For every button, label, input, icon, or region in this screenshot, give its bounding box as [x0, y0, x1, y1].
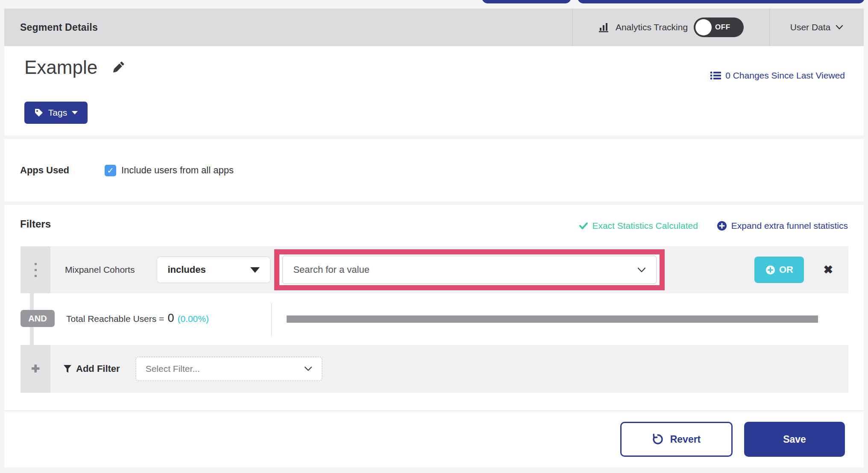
and-badge: AND [21, 310, 55, 327]
page-title: Segment Details [20, 22, 98, 33]
add-or-condition-button[interactable]: OR [754, 257, 804, 283]
expand-link-label: Expand extra funnel statistics [731, 221, 848, 231]
tag-icon [34, 108, 44, 117]
tags-button[interactable]: Tags [24, 102, 88, 124]
operator-value: includes [167, 264, 205, 275]
grip-dots-icon [35, 263, 37, 277]
user-data-dropdown[interactable]: User Data [769, 9, 864, 46]
segment-name: Example [24, 57, 97, 78]
select-filter-dropdown[interactable]: Select Filter... [135, 356, 323, 381]
include-all-apps-checkbox[interactable]: ✓ [105, 165, 116, 176]
caret-down-icon [250, 267, 260, 273]
tags-button-label: Tags [48, 108, 67, 118]
operator-select[interactable]: includes [157, 257, 270, 283]
select-filter-placeholder: Select Filter... [146, 364, 200, 374]
footer-actions: Revert Save [4, 411, 864, 467]
plus-circle-icon [765, 265, 775, 275]
top-partial-button-left[interactable] [482, 0, 571, 3]
highlight-annotation-box: Search for a value [274, 249, 665, 290]
revert-button[interactable]: Revert [620, 422, 733, 457]
plus-icon: ✚ [31, 363, 40, 375]
expand-funnel-statistics-link[interactable]: Expand extra funnel statistics [717, 221, 848, 231]
analytics-tracking-toggle[interactable]: OFF [694, 18, 744, 37]
value-select-placeholder: Search for a value [293, 264, 369, 275]
add-row-handle[interactable]: ✚ [21, 345, 50, 393]
add-filter-label: Add Filter [76, 363, 120, 374]
chevron-down-icon [836, 25, 843, 30]
reachable-users-progress-bar [287, 315, 818, 323]
filters-heading: Filters [20, 218, 51, 230]
toggle-knob [695, 19, 712, 35]
changes-link-label: 0 Changes Since Last Viewed [725, 70, 845, 81]
total-reachable-percent: (0.00%) [177, 314, 209, 324]
toggle-state-label: OFF [715, 23, 730, 32]
exact-statistics-label: Exact Statistics Calculated [592, 221, 698, 231]
check-icon [579, 222, 588, 230]
save-button[interactable]: Save [744, 422, 845, 457]
edit-pencil-icon[interactable] [110, 60, 126, 75]
filter-name-label: Mixpanel Cohorts [65, 265, 135, 275]
exact-statistics-status: Exact Statistics Calculated [579, 221, 698, 231]
add-filter-row: ✚ Add Filter Select Filter... [21, 345, 848, 393]
or-button-label: OR [779, 264, 793, 275]
revert-button-label: Revert [670, 434, 701, 445]
caret-down-icon [72, 111, 78, 114]
user-data-label: User Data [790, 22, 831, 32]
value-search-select[interactable]: Search for a value [282, 256, 657, 284]
chevron-down-icon [637, 267, 646, 273]
total-reachable-value: 0 [167, 312, 174, 325]
apps-used-label: Apps Used [20, 165, 105, 176]
funnel-icon [63, 365, 72, 373]
segment-name-card: Example Tags 0 Changes Since Last Viewed [4, 46, 864, 136]
filter-row-mixpanel-cohorts: Mixpanel Cohorts includes Search for a v… [21, 246, 848, 293]
apps-used-card: Apps Used ✓ Include users from all apps [4, 139, 864, 201]
remove-filter-icon[interactable]: ✖ [823, 263, 833, 277]
drag-handle[interactable] [21, 246, 50, 293]
revert-undo-icon [652, 434, 663, 445]
analytics-tracking-label: Analytics Tracking [616, 22, 688, 32]
changes-since-last-viewed-link[interactable]: 0 Changes Since Last Viewed [710, 70, 845, 81]
plus-circle-icon [717, 221, 727, 231]
analytics-tracking-section: Analytics Tracking OFF [572, 9, 769, 46]
vertical-divider [271, 303, 272, 336]
chevron-down-icon [304, 366, 312, 371]
bar-chart-icon [598, 22, 610, 33]
total-reachable-label: Total Reachable Users = [66, 314, 164, 324]
add-filter-label-group: Add Filter [63, 363, 120, 374]
include-all-apps-label: Include users from all apps [121, 165, 234, 176]
top-partial-button-right[interactable] [578, 0, 865, 3]
filters-card: Filters Exact Statistics Calculated Expa… [4, 205, 864, 411]
changelog-list-icon [710, 71, 721, 80]
segment-details-header: Segment Details Analytics Tracking OFF U… [4, 9, 864, 46]
total-reachable-users: Total Reachable Users = 0 (0.00%) [66, 312, 209, 325]
